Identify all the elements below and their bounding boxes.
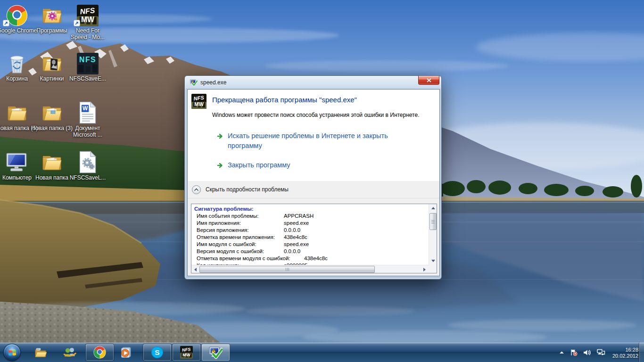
svg-text:S: S	[155, 348, 159, 356]
signature-heading: Сигнатура проблемы:	[194, 206, 429, 213]
problem-details-box: Сигнатура проблемы: Имя события проблемы…	[191, 204, 437, 273]
folder-icon	[6, 102, 28, 124]
detail-value: speed.exe	[284, 220, 309, 227]
folder-programs-icon	[41, 5, 63, 26]
taskbar-clock[interactable]: 16:28 20.02.2012	[612, 346, 638, 359]
main-instruction: Прекращена работа программы "speed.exe"	[212, 96, 429, 104]
word-document-icon: W	[79, 101, 97, 124]
dialog-main-area: Прекращена работа программы "speed.exe" …	[188, 90, 439, 181]
detail-value: 438e4c8c	[304, 255, 328, 262]
command-link-search-online-and-close[interactable]: Искать решение проблемы в Интернете и за…	[217, 131, 395, 151]
desktop-icon-nfsc-save-file[interactable]: NFSCSaveL...	[66, 150, 109, 181]
folder-icon	[41, 102, 63, 124]
error-report-icon	[190, 79, 198, 86]
command-link-close-program[interactable]: Закрыть программу	[217, 160, 290, 170]
hide-details-expander[interactable]: Скрыть подробности проблемы	[188, 181, 439, 198]
taskbar-google-chrome[interactable]	[85, 344, 114, 361]
dialog-subtext: Windows может провести поиск способа уст…	[212, 112, 434, 118]
system-tray: 16:28 20.02.2012	[556, 343, 638, 362]
scrollbar-corner	[429, 265, 437, 273]
chevron-up-icon	[192, 185, 201, 194]
command-link-label: Закрыть программу	[228, 160, 290, 170]
expander-label: Скрыть подробности проблемы	[206, 186, 289, 193]
detail-value: 0.0.0.0	[284, 248, 300, 255]
action-center-flag-icon[interactable]	[570, 349, 578, 356]
scroll-down-button[interactable]	[429, 257, 437, 265]
icon-label: NFSCSaveE...	[66, 75, 109, 82]
desktop-icon-nfsc-save-editor[interactable]: NFS NFSCSaveE...	[66, 51, 109, 82]
green-arrow-icon	[217, 162, 223, 169]
detail-label: Имя приложения:	[197, 220, 241, 227]
scroll-right-button[interactable]	[421, 265, 429, 273]
nfs-editor-icon: NFS	[77, 53, 99, 74]
dialog-titlebar[interactable]: speed.exe	[185, 76, 441, 89]
horizontal-scrollbar-thumb[interactable]	[199, 266, 375, 273]
detail-label: Версия модуля с ошибкой:	[197, 248, 264, 255]
taskbar-windows-media-player[interactable]	[115, 344, 137, 361]
detail-label: Отметка времени приложения:	[197, 234, 275, 241]
taskbar-skype[interactable]: S	[143, 344, 172, 361]
detail-value: speed.exe	[284, 241, 309, 248]
clock-date: 20.02.2012	[612, 353, 638, 359]
close-button[interactable]	[418, 76, 439, 85]
shortcut-arrow-icon	[3, 20, 9, 26]
folder-icon	[41, 152, 63, 173]
volume-icon[interactable]	[583, 349, 591, 356]
messenger-buddies-icon	[63, 346, 76, 359]
explorer-folder-icon	[33, 346, 48, 359]
recycle-bin-icon	[7, 52, 27, 74]
nfs-mw-app-icon	[191, 94, 206, 109]
windows-logo-icon	[8, 348, 17, 357]
gear-file-icon	[79, 151, 97, 173]
dialog-footer: Скрыть подробности проблемы Сигнатура пр…	[188, 181, 439, 276]
detail-value: 0.0.0.0	[284, 227, 300, 234]
command-link-label: Искать решение проблемы в Интернете и за…	[228, 131, 395, 151]
vertical-scrollbar[interactable]	[429, 204, 437, 265]
clock-time: 16:28	[612, 347, 638, 353]
media-player-icon	[119, 346, 132, 359]
detail-label: Имя модуля с ошибкой:	[197, 241, 256, 248]
show-hidden-icons-button[interactable]	[559, 351, 564, 354]
svg-text:W: W	[83, 105, 88, 112]
icon-label: Документ Microsoft ...	[66, 125, 109, 138]
taskbar-nfs-most-wanted[interactable]	[172, 344, 201, 361]
desktop: Google Chrome Программы Need For Speed -…	[0, 0, 644, 362]
shortcut-arrow-icon	[74, 20, 80, 26]
detail-value: APPCRASH	[284, 213, 314, 220]
desktop-icon-need-for-speed[interactable]: Need For Speed - Mo...	[66, 3, 109, 41]
close-icon	[427, 78, 431, 82]
chrome-icon	[93, 346, 106, 359]
green-arrow-icon	[217, 133, 223, 140]
folder-pictures-icon	[41, 53, 63, 74]
svg-text:NFS: NFS	[79, 56, 96, 64]
desktop-icon-word-document[interactable]: W Документ Microsoft ...	[66, 100, 109, 138]
detail-value: 438e4c8c	[284, 234, 307, 241]
network-icon[interactable]	[597, 349, 606, 356]
computer-icon	[6, 152, 28, 173]
show-desktop-button[interactable]	[639, 343, 644, 362]
problem-details-text: Сигнатура проблемы: Имя события проблемы…	[191, 204, 429, 265]
detail-label: Имя события проблемы:	[197, 213, 258, 220]
taskbar-error-report-dialog[interactable]	[201, 344, 230, 361]
vertical-scrollbar-thumb[interactable]	[429, 213, 437, 230]
dialog-title: speed.exe	[200, 79, 226, 86]
skype-icon: S	[151, 346, 164, 359]
taskbar: S	[0, 343, 644, 362]
scroll-up-button[interactable]	[429, 204, 437, 212]
chevron-up-icon	[559, 351, 564, 354]
error-dialog-window: speed.exe Прекращена работа программы "s…	[184, 75, 442, 280]
dialog-body: Прекращена работа программы "speed.exe" …	[187, 89, 440, 276]
taskbar-windows-explorer[interactable]	[29, 344, 52, 361]
icon-label: NFSCSaveL...	[66, 174, 109, 181]
horizontal-scrollbar[interactable]	[191, 265, 429, 273]
scroll-left-button[interactable]	[191, 265, 199, 273]
detail-label: Отметка времени модуля с ошибкой:	[197, 255, 290, 262]
icon-label: Need For Speed - Mo...	[66, 27, 109, 41]
error-report-icon	[209, 346, 223, 359]
detail-label: Версия приложения:	[197, 227, 249, 234]
start-button[interactable]	[3, 344, 21, 361]
nfs-mw-icon	[180, 346, 193, 359]
taskbar-messenger[interactable]	[58, 344, 81, 361]
